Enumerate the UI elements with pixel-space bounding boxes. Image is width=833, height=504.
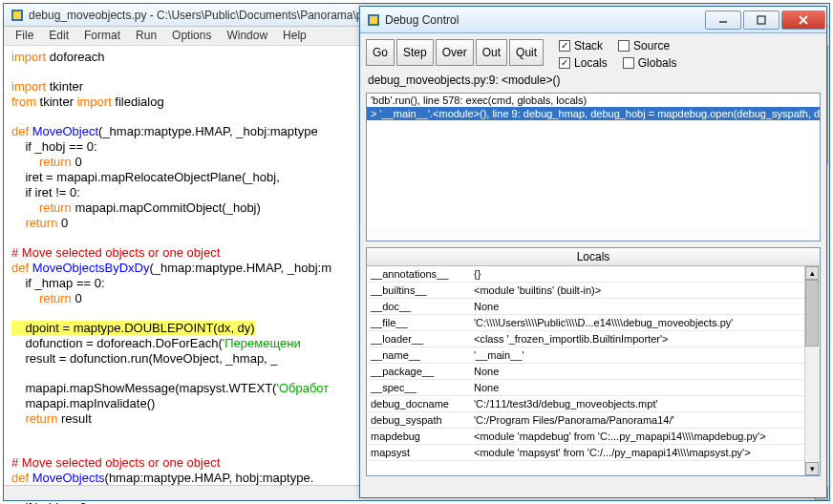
- close-button[interactable]: [781, 10, 825, 30]
- python-file-icon: [10, 8, 25, 23]
- locals-row[interactable]: __loader__<class '_frozen_importlib.Buil…: [367, 331, 804, 347]
- quit-button[interactable]: Quit: [509, 39, 544, 66]
- checkbox-icon: [623, 57, 634, 69]
- go-button[interactable]: Go: [366, 39, 395, 66]
- locals-value: <class '_frozen_importlib.BuiltinImporte…: [474, 333, 801, 345]
- svg-rect-3: [370, 16, 377, 24]
- svg-rect-1: [13, 11, 21, 19]
- debug-checks: Stack Source Locals Globals: [559, 39, 676, 70]
- scroll-thumb[interactable]: [805, 280, 819, 346]
- locals-key: __name__: [371, 349, 474, 361]
- locals-pane: Locals __annotations__{}__builtins__<mod…: [366, 247, 821, 476]
- locals-row[interactable]: debug_syspath'C:/Program Files/Panorama/…: [367, 412, 804, 429]
- locals-key: debug_docname: [371, 398, 474, 410]
- locals-value: None: [474, 366, 801, 377]
- menu-window[interactable]: Window: [219, 27, 275, 45]
- locals-value: 'C:/111/test3d/debug_moveobjects.mpt': [474, 398, 801, 410]
- over-button[interactable]: Over: [436, 39, 474, 66]
- debug-toolbar: Go Step Over Out Quit Stack Source Local…: [360, 33, 826, 74]
- locals-value: None: [474, 382, 801, 393]
- debug-window: Debug Control Go Step Over Out Quit Stac…: [359, 6, 827, 498]
- locals-row[interactable]: mapdebug<module 'mapdebug' from 'C:...py…: [367, 429, 804, 445]
- stack-checkbox[interactable]: Stack: [559, 39, 603, 52]
- menu-help[interactable]: Help: [275, 27, 314, 45]
- checkbox-icon: [559, 40, 570, 52]
- checkbox-icon: [618, 40, 630, 52]
- debug-title: Debug Control: [385, 13, 704, 27]
- debug-status: debug_moveobjects.py:9: <module>(): [360, 74, 826, 93]
- window-buttons: [704, 10, 826, 30]
- menu-options[interactable]: Options: [164, 27, 219, 45]
- locals-key: __package__: [371, 366, 474, 377]
- locals-value: <module 'mapsyst' from 'C:/.../py_mapapi…: [474, 447, 801, 458]
- menu-edit[interactable]: Edit: [41, 27, 76, 45]
- scroll-down-button[interactable]: ▾: [805, 462, 819, 475]
- locals-row[interactable]: __doc__None: [367, 299, 804, 315]
- locals-row[interactable]: __name__'__main__': [367, 347, 804, 364]
- stack-pane[interactable]: 'bdb'.run(), line 578: exec(cmd, globals…: [366, 93, 821, 242]
- scroll-up-button[interactable]: ▴: [805, 266, 819, 280]
- locals-value: <module 'builtins' (built-in)>: [474, 284, 801, 296]
- locals-key: __doc__: [371, 301, 474, 312]
- globals-checkbox[interactable]: Globals: [623, 56, 677, 70]
- locals-vscrollbar[interactable]: ▴ ▾: [804, 266, 820, 475]
- locals-body[interactable]: __annotations__{}__builtins__<module 'bu…: [367, 266, 820, 475]
- locals-key: __builtins__: [371, 284, 474, 296]
- locals-key: __loader__: [371, 333, 474, 345]
- stack-row[interactable]: 'bdb'.run(), line 578: exec(cmd, globals…: [367, 94, 820, 107]
- locals-value: None: [474, 301, 801, 312]
- locals-row[interactable]: __package__None: [367, 364, 804, 380]
- menu-file[interactable]: File: [8, 27, 41, 45]
- svg-rect-5: [758, 16, 765, 24]
- locals-key: __annotations__: [371, 268, 474, 280]
- python-file-icon: [366, 12, 381, 28]
- locals-key: debug_syspath: [371, 414, 474, 426]
- locals-value: {}: [474, 268, 801, 280]
- locals-header: Locals: [367, 248, 820, 266]
- debug-titlebar[interactable]: Debug Control: [360, 7, 826, 33]
- locals-row[interactable]: __spec__None: [367, 380, 804, 396]
- menu-format[interactable]: Format: [76, 27, 128, 45]
- out-button[interactable]: Out: [476, 39, 507, 66]
- locals-row[interactable]: __file__'C:\\\\Users\\\\Public\\\\D...e1…: [367, 315, 804, 331]
- locals-value: 'C:\\\\Users\\\\Public\\\\D...e14\\\\deb…: [474, 317, 801, 328]
- minimize-button[interactable]: [705, 10, 741, 30]
- source-checkbox[interactable]: Source: [618, 39, 670, 52]
- locals-key: mapdebug: [371, 430, 474, 442]
- locals-key: __file__: [371, 317, 474, 328]
- locals-row[interactable]: mapsyst<module 'mapsyst' from 'C:/.../py…: [367, 445, 804, 461]
- locals-value: 'C:/Program Files/Panorama/Panorama14/': [474, 414, 801, 426]
- step-button[interactable]: Step: [396, 39, 434, 66]
- locals-key: __spec__: [371, 382, 474, 393]
- locals-row[interactable]: debug_docname'C:/111/test3d/debug_moveob…: [367, 396, 804, 412]
- maximize-button[interactable]: [743, 10, 780, 30]
- locals-value: <module 'mapdebug' from 'C:...py_mapapi1…: [474, 430, 801, 442]
- locals-key: mapsyst: [371, 447, 474, 458]
- locals-row[interactable]: __builtins__<module 'builtins' (built-in…: [367, 283, 804, 299]
- locals-row[interactable]: __annotations__{}: [367, 266, 804, 283]
- locals-checkbox[interactable]: Locals: [559, 56, 608, 70]
- checkbox-icon: [559, 57, 570, 69]
- locals-value: '__main__': [474, 349, 801, 361]
- menu-run[interactable]: Run: [128, 27, 164, 45]
- stack-row[interactable]: > '__main__'.<module>(), line 9: debug_h…: [367, 107, 820, 120]
